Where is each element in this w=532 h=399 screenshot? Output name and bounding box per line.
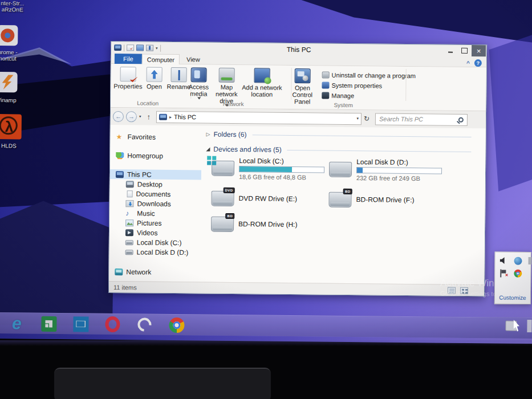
maximize-button[interactable] — [457, 45, 472, 56]
navigation-pane: ★ Favorites Homegroup This PC Desktop Do… — [109, 125, 206, 282]
computer-icon — [116, 171, 124, 178]
taskbar-store-icon[interactable] — [40, 315, 57, 332]
manage-button[interactable]: Manage — [322, 92, 354, 99]
divider — [124, 44, 124, 51]
address-dropdown-icon[interactable]: ▾ — [356, 116, 359, 121]
group-separator — [405, 69, 407, 101]
search-input[interactable]: Search This PC — [375, 113, 468, 126]
network-drive-icon — [219, 68, 235, 83]
drive-icon — [125, 240, 133, 245]
monitor-screen: nter-Str...aRzOnE chrome -shortcut Winam… — [0, 0, 532, 344]
drive-name: Local Disk D (D:) — [356, 158, 442, 166]
pictures-icon — [125, 219, 133, 226]
music-icon: ♪ — [125, 210, 133, 217]
open-icon — [147, 67, 163, 82]
taskbar-opera-icon[interactable] — [104, 316, 121, 333]
desktop-icon — [126, 181, 134, 188]
search-icon[interactable] — [458, 117, 464, 122]
sidebar-item-local-disk-d[interactable]: Local Disk D (D:) — [109, 247, 205, 258]
breadcrumb-arrow-icon: ▸ — [169, 114, 172, 119]
ribbon: ^ ? Properties Open Rename Location Acce… — [111, 64, 486, 111]
address-bar[interactable]: ▸ This PC ▾ — [156, 111, 362, 124]
taskbar-bittorrent-icon[interactable] — [136, 316, 153, 333]
this-pc-icon — [159, 113, 167, 120]
chrome-shortcut-icon[interactable] — [0, 25, 18, 46]
capacity-bar — [239, 166, 324, 173]
section-devices-and-drives[interactable]: Devices and drives (5) — [206, 145, 471, 156]
sidebar-item-desktop[interactable]: Desktop — [110, 179, 206, 190]
sidebar-item-local-disk-c[interactable]: Local Disk (C:) — [109, 237, 205, 248]
tab-file[interactable]: File — [115, 54, 142, 64]
sidebar-item-this-pc[interactable]: This PC — [110, 169, 201, 180]
desktop-shortcut-label[interactable]: chrome -shortcut — [0, 49, 25, 62]
sidebar-item-pictures[interactable]: Pictures — [109, 218, 205, 229]
drive-tile-local-disk-d[interactable]: Local Disk D (D:) 232 GB free of 249 GB — [329, 157, 444, 183]
hlds-shortcut-icon[interactable]: λ — [0, 114, 22, 139]
open-button[interactable]: Open — [144, 67, 164, 89]
desktop-shortcut-label[interactable]: nter-Str...aRzOnE — [0, 0, 31, 13]
sidebar-item-homegroup[interactable]: Homegroup — [110, 150, 206, 161]
taskbar: e — [0, 312, 532, 339]
new-folder-icon[interactable] — [136, 44, 144, 51]
rename-icon[interactable] — [146, 45, 153, 51]
control-panel-icon — [295, 68, 311, 83]
forward-button[interactable]: → — [126, 111, 137, 122]
dropdown-arrow-icon — [197, 97, 201, 99]
drive-tile-dvd-e[interactable]: DVD DVD RW Drive (E:) — [211, 186, 326, 212]
sidebar-item-music[interactable]: ♪ Music — [109, 208, 205, 219]
close-button[interactable]: × — [472, 45, 486, 56]
winamp-shortcut-icon[interactable] — [0, 72, 18, 92]
drive-tile-bd-h[interactable]: BD BD-ROM Drive (H:) — [211, 211, 326, 238]
desktop-shortcut-label[interactable]: Winamp — [0, 97, 24, 104]
minimize-button[interactable] — [443, 45, 457, 56]
qat-dropdown-icon[interactable]: ▾ — [156, 46, 158, 50]
help-icon[interactable]: ? — [474, 59, 482, 67]
sidebar-item-videos[interactable]: Videos — [109, 227, 205, 238]
expanded-arrow-icon[interactable] — [206, 147, 210, 151]
up-button[interactable]: ↑ — [147, 112, 151, 121]
properties-button[interactable]: Properties — [112, 67, 144, 90]
chrome-tray-icon[interactable] — [514, 270, 522, 278]
drive-name: DVD RW Drive (E:) — [238, 194, 297, 203]
sidebar-item-downloads[interactable]: Downloads — [109, 198, 205, 209]
drive-name: BD-ROM Drive (F:) — [356, 196, 414, 204]
section-folders[interactable]: ▷ Folders (6) — [206, 131, 472, 141]
system-properties-icon — [322, 82, 329, 88]
items-count: 11 items — [113, 283, 137, 290]
sidebar-item-documents[interactable]: Documents — [110, 189, 206, 199]
taskbar-chrome-icon[interactable] — [168, 316, 185, 333]
collapsed-arrow-icon[interactable]: ▷ — [206, 132, 210, 137]
uninstall-program-button[interactable]: Uninstall or change a program — [322, 71, 416, 79]
tab-view[interactable]: View — [180, 54, 207, 64]
tray-overflow-popup: × Customize — [494, 251, 531, 304]
taskbar-edge-icon — [527, 320, 531, 332]
content-pane: ▷ Folders (6) Devices and drives (5) Loc… — [205, 126, 482, 285]
sidebar-item-network[interactable]: Network — [109, 267, 205, 278]
system-properties-button[interactable]: System properties — [322, 82, 382, 89]
customize-link[interactable]: Customize — [495, 294, 530, 301]
windows-update-icon[interactable] — [514, 257, 522, 265]
star-icon: ★ — [116, 133, 124, 140]
breadcrumb[interactable]: This PC — [174, 113, 355, 122]
windows-logo-icon — [207, 156, 211, 160]
sidebar-item-favorites[interactable]: ★ Favorites — [111, 132, 206, 142]
history-dropdown-icon[interactable]: ▾ — [139, 114, 141, 119]
volume-icon[interactable] — [499, 256, 507, 264]
taskbar-internet-explorer-icon[interactable]: e — [8, 315, 25, 332]
tab-computer[interactable]: Computer — [142, 54, 180, 64]
drive-tile-local-disk-c[interactable]: Local Disk (C:) 18,6 GB free of 48,8 GB — [212, 156, 327, 182]
desktop-shortcut-label[interactable]: HLDS — [0, 142, 27, 149]
refresh-button[interactable]: ↻ — [364, 115, 369, 123]
collapse-ribbon-icon[interactable]: ^ — [466, 60, 470, 66]
add-network-location-button[interactable]: Add a network location — [241, 68, 283, 98]
drive-icon — [125, 250, 133, 255]
action-center-icon[interactable]: × — [499, 269, 507, 277]
properties-shortcut-icon[interactable] — [127, 44, 134, 51]
access-media-button[interactable]: Access media — [184, 67, 214, 99]
hard-drive-icon — [212, 160, 234, 176]
open-control-panel-button[interactable]: Open Control Panel — [285, 68, 320, 105]
taskbar-photos-icon[interactable] — [72, 315, 89, 332]
back-button[interactable]: ← — [113, 111, 124, 121]
drive-tile-bd-f[interactable]: BD BD-ROM Drive (F:) — [328, 187, 444, 213]
optical-drive-icon: BD — [211, 216, 234, 231]
